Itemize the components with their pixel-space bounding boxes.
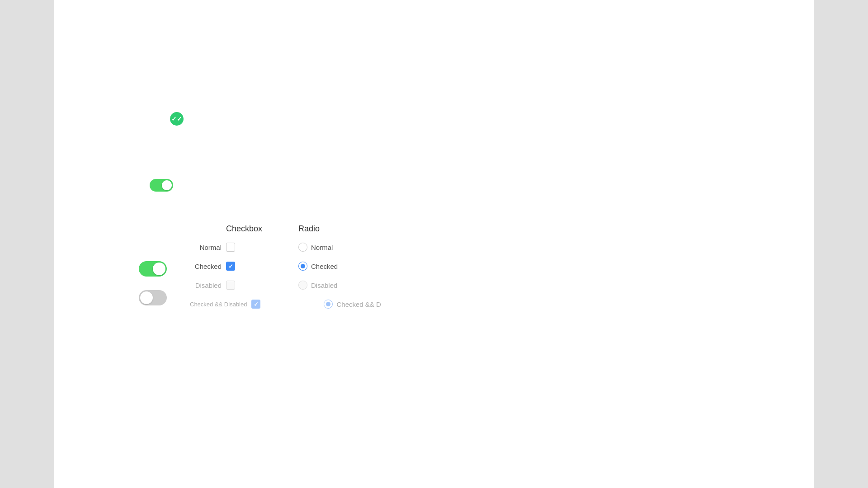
checkbox-checked-wrap[interactable] xyxy=(226,262,298,271)
radio-header: Radio xyxy=(298,224,371,234)
row-label-checked-disabled: Checked && Disabled xyxy=(190,301,247,308)
radio-checked-disabled-label: Checked && D xyxy=(336,300,381,308)
radio-checked-wrap[interactable]: Checked xyxy=(298,262,371,271)
main-panel: ✓ Checkbox Radio xyxy=(54,0,814,488)
toggle-bottom-on[interactable] xyxy=(139,261,167,278)
table-headers: Checkbox Radio xyxy=(190,224,396,234)
table-row: Disabled Disabled xyxy=(190,281,396,290)
row-label-disabled: Disabled xyxy=(190,282,222,289)
checkbox-disabled-wrap xyxy=(226,281,298,290)
checkbox-checked[interactable] xyxy=(226,262,235,271)
checkbox-checked-disabled-wrap xyxy=(251,300,324,309)
checkbox-normal[interactable] xyxy=(226,243,235,252)
table-row: Checked Checked xyxy=(190,262,396,271)
toggle-top[interactable] xyxy=(150,179,173,193)
table-row: Normal Normal xyxy=(190,243,396,252)
check-icon: ✓ xyxy=(171,115,177,122)
radio-checked[interactable] xyxy=(298,262,307,271)
radio-disabled-wrap: Disabled xyxy=(298,281,371,290)
radio-checked-disabled xyxy=(324,300,333,309)
checkbox-header: Checkbox xyxy=(226,224,298,234)
radio-normal[interactable] xyxy=(298,243,307,252)
radio-disabled xyxy=(298,281,307,290)
radio-disabled-label: Disabled xyxy=(311,282,337,289)
checkbox-normal-wrap[interactable] xyxy=(226,243,298,252)
row-label-checked: Checked xyxy=(190,263,222,270)
radio-checked-label: Checked xyxy=(311,263,338,270)
checkbox-disabled xyxy=(226,281,235,290)
controls-table: Checkbox Radio Normal Normal Checked Che… xyxy=(190,224,396,319)
check-badge: ✓ xyxy=(170,112,184,126)
row-label-normal: Normal xyxy=(190,244,222,251)
checkbox-checked-disabled xyxy=(251,300,260,309)
radio-checked-disabled-wrap: Checked && D xyxy=(324,300,396,309)
radio-normal-label: Normal xyxy=(311,244,333,251)
radio-normal-wrap[interactable]: Normal xyxy=(298,243,371,252)
toggle-bottom-off[interactable] xyxy=(139,290,167,307)
table-row: Checked && Disabled Checked && D xyxy=(190,300,396,309)
